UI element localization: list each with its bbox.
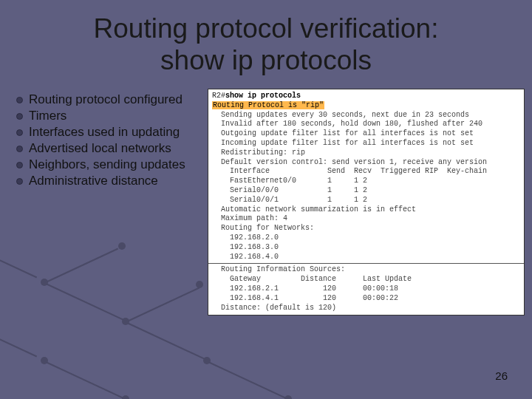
terminal-output: R2#show ip protocols Routing Protocol is…	[208, 89, 525, 316]
title-line-2: show ip protocols	[160, 45, 372, 75]
list-item: Interfaces used in updating	[16, 125, 208, 140]
list-item: Neighbors, sending updates	[16, 157, 208, 172]
terminal-divider	[208, 263, 524, 264]
bullet-text: Routing protocol configured	[29, 92, 183, 107]
bullet-text: Advertised local networks	[29, 141, 171, 156]
terminal-body-2: Routing Information Sources: Gateway Dis…	[212, 265, 412, 311]
terminal-prompt: R2#	[212, 92, 225, 100]
bullet-text: Timers	[29, 109, 66, 123]
terminal-command: show ip protocols	[225, 92, 301, 100]
bullet-icon	[16, 146, 23, 152]
terminal-text-2: Routing Information Sources: Gateway Dis…	[212, 265, 520, 313]
list-item: Routing protocol configured	[16, 92, 208, 107]
bullet-icon	[16, 178, 23, 185]
bullet-text: Neighbors, sending updates	[29, 157, 185, 172]
title-line-1: Routing protocol verification:	[94, 13, 439, 44]
list-item: Timers	[16, 109, 208, 123]
bullet-icon	[16, 113, 23, 120]
terminal-body-1: Sending updates every 30 seconds, next d…	[212, 111, 487, 261]
slide-title: Routing protocol verification: show ip p…	[0, 13, 532, 76]
terminal-highlight: Routing Protocol is "rip"	[212, 101, 324, 109]
bullet-icon	[16, 129, 23, 136]
list-item: Advertised local networks	[16, 141, 208, 156]
bullet-text: Interfaces used in updating	[29, 125, 180, 140]
list-item: Administrative distance	[16, 174, 208, 188]
bullet-icon	[16, 97, 23, 103]
bullet-list: Routing protocol configured Timers Inter…	[16, 92, 208, 190]
bullet-icon	[16, 162, 23, 168]
bullet-text: Administrative distance	[29, 174, 158, 188]
terminal-text: R2#show ip protocols Routing Protocol is…	[212, 92, 520, 262]
page-number: 26	[495, 369, 508, 382]
